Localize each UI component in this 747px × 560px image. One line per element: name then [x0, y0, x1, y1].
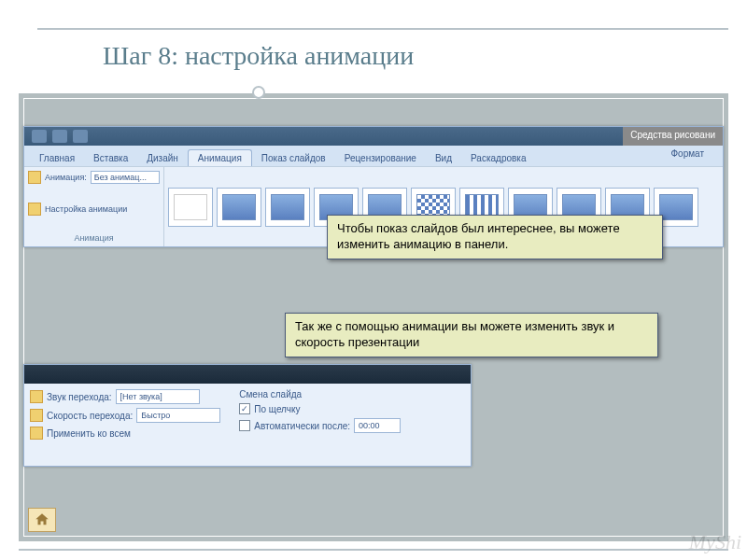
callout-1: Чтобы показ слайдов был интереснее, вы м…	[327, 215, 663, 259]
auto-after-label: Автоматически после:	[254, 421, 350, 431]
quick-access-toolbar	[24, 127, 723, 146]
custom-anim-icon	[28, 203, 41, 216]
transition-none[interactable]	[168, 188, 213, 227]
animate-icon	[28, 171, 41, 184]
save-icon[interactable]	[32, 130, 47, 143]
tab-review[interactable]: Рецензирование	[335, 150, 426, 166]
ribbon-tabs: Главная Вставка Дизайн Анимация Показ сл…	[24, 146, 723, 166]
apply-all-button[interactable]: Применить ко всем	[47, 428, 131, 439]
sound-icon	[30, 390, 43, 403]
tab-format[interactable]: Формат	[661, 146, 713, 161]
group-label: Анимация	[28, 233, 160, 243]
tab-slideshow[interactable]: Показ слайдов	[252, 150, 335, 166]
tab-animation[interactable]: Анимация	[188, 149, 252, 166]
transition-preview[interactable]	[217, 188, 261, 227]
custom-anim-button[interactable]: Настройка анимации	[45, 204, 127, 214]
apply-all-icon	[30, 427, 43, 440]
sound-label: Звук перехода:	[47, 392, 112, 402]
redo-icon[interactable]	[73, 130, 88, 143]
transition-preview[interactable]	[265, 188, 310, 227]
undo-icon[interactable]	[52, 130, 67, 143]
sound-dropdown[interactable]: [Нет звука]	[116, 389, 200, 404]
time-spinner[interactable]: 00:00	[354, 418, 401, 433]
home-button[interactable]	[28, 508, 56, 532]
on-click-checkbox[interactable]: ✓	[239, 403, 250, 414]
transition-settings: Звук перехода: [Нет звука] Скорость пере…	[23, 364, 472, 467]
context-tab-label: Средства рисовани	[623, 127, 723, 146]
speed-dropdown[interactable]: Быстро	[136, 408, 220, 423]
home-icon	[34, 511, 50, 528]
content-panel: Средства рисовани Формат Главная Вставка…	[19, 93, 728, 541]
speed-label: Скорость перехода:	[47, 411, 133, 421]
decor-circle	[252, 86, 265, 99]
callout-2: Так же с помощью анимации вы можете изме…	[285, 313, 658, 357]
watermark: MyShi	[689, 530, 741, 554]
on-click-label: По щелчку	[254, 404, 300, 414]
tab-home[interactable]: Главная	[30, 150, 84, 166]
tab-view[interactable]: Вид	[426, 150, 461, 166]
speed-icon	[30, 409, 43, 422]
tab-storyboard[interactable]: Раскадровка	[461, 150, 535, 166]
anim-label: Анимация:	[45, 173, 87, 182]
page-title: Шаг 8: настройка анимации	[103, 41, 414, 71]
auto-checkbox[interactable]	[239, 420, 250, 431]
tab-insert[interactable]: Вставка	[84, 150, 137, 166]
animation-group: Анимация: Без анимац... Настройка анимац…	[24, 167, 164, 246]
tab-design[interactable]: Дизайн	[137, 150, 188, 166]
animation-dropdown[interactable]: Без анимац...	[91, 171, 160, 184]
change-slide-title: Смена слайда	[239, 389, 401, 399]
